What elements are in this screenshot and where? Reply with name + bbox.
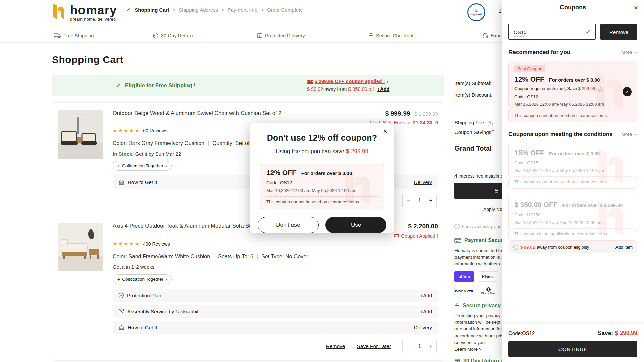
breadcrumb-shopping-cart[interactable]: Shopping Cart — [135, 7, 169, 13]
away-amount: $ 99.02 — [307, 86, 323, 92]
diners-club-logo: Diners Club — [479, 286, 498, 296]
star-rating: ★★★★★ — [113, 128, 140, 134]
grand-total-label: Grand Total — [454, 145, 492, 153]
decrease-quantity-button[interactable]: − — [407, 198, 410, 204]
help-icon[interactable]: ? — [598, 87, 603, 92]
help-icon[interactable]: ? — [488, 121, 493, 126]
assembly-service-row: Assembly Service by Taskrabbit +Add — [113, 305, 438, 318]
learn-more-link[interactable]: Learn More > — [454, 347, 482, 352]
add-assembly-service-link[interactable]: +Add — [420, 309, 432, 314]
increase-quantity-button[interactable]: + — [429, 343, 432, 349]
decrease-quantity-button[interactable]: − — [407, 343, 410, 349]
breadcrumb-order-complete[interactable]: Order Complete — [267, 7, 303, 13]
klarna-logo: Klarna. — [479, 272, 498, 282]
coupon-code-input[interactable]: OS15 ✓ — [508, 24, 596, 40]
close-icon[interactable]: × — [383, 128, 387, 135]
savings-amount: $ 299.99 — [346, 148, 368, 155]
coupon-headline: 12% OFF — [266, 169, 297, 177]
card-icon — [454, 238, 461, 243]
lock-icon — [368, 33, 374, 39]
logo-tagline: dream home, delivered — [70, 17, 117, 22]
eligibility-amount: $ 99.02 — [520, 245, 535, 250]
coupon-notch — [635, 105, 639, 109]
benefit-secure-checkout: Secure Checkout — [368, 28, 413, 42]
best-coupon-badge: Best Coupon — [514, 65, 545, 72]
digicert-seal: 🔒 digicert — [467, 3, 485, 21]
lock-icon: 🔒 — [474, 9, 478, 12]
add-item-link[interactable]: Add item — [615, 245, 633, 250]
coupons-panel: Coupons × OS15 ✓ Remove Recommended for … — [502, 0, 644, 362]
coupon-icon — [307, 80, 313, 84]
reviews-link[interactable]: 490 Reviews — [143, 241, 170, 247]
diners-club-icon — [486, 287, 491, 292]
dont-use-button[interactable]: Don't use — [258, 217, 319, 233]
continue-button[interactable]: CONTINUE — [508, 341, 637, 357]
coupon-note: This coupon cannot be used on clearance … — [514, 177, 632, 186]
cart-item-modular-sofa: Axis 4-Piece Outdoor Teak & Aluminum Mod… — [52, 215, 444, 360]
chevron-right-icon[interactable]: › — [387, 78, 389, 85]
quantity-stepper: − 1 + — [402, 340, 437, 353]
star-rating: ★★★★★ — [113, 241, 140, 247]
save-label: Save: — [598, 330, 613, 337]
subtotal-label: Item(s) Subtotal: — [454, 80, 491, 86]
breadcrumb-payment-info[interactable]: Payment Info — [228, 7, 257, 13]
coupon-note: This coupon cannot be used on clearance … — [266, 197, 378, 206]
use-button[interactable]: Use — [325, 217, 386, 233]
close-icon[interactable]: × — [634, 4, 638, 12]
coupon-notch — [506, 105, 511, 109]
breadcrumb-separator: > — [261, 7, 264, 13]
product-original-price: $ 1,299.99 — [414, 111, 438, 117]
coupon-dates: Mar 17,2026 12:00 am-Apr 16,2026 12:00 a… — [514, 220, 632, 225]
package-icon — [454, 358, 460, 362]
coupon-applied-link[interactable]: $ 299.99 OFF coupon applied ! — [315, 78, 385, 85]
benefit-protected-delivery: Protected Delivery — [257, 28, 305, 42]
plus-icon: + — [117, 277, 120, 282]
add-items-link[interactable]: +Add — [377, 86, 390, 92]
delivery-home-icon — [119, 325, 124, 330]
info-icon: i — [454, 224, 460, 229]
lock-icon — [494, 188, 499, 193]
quantity-stepper: − 1 + — [402, 194, 437, 207]
product-image-swivel-chair[interactable] — [58, 110, 103, 159]
chevron-down-icon — [634, 51, 637, 54]
best-coupon-card-os12[interactable]: Best Coupon 12% OFF For orders over $ 0.… — [508, 61, 637, 122]
coupon-notch — [635, 228, 639, 232]
homary-logo[interactable]: homary dream home, delivered — [52, 3, 117, 21]
valid-check-icon: ✓ — [586, 28, 591, 36]
coupon-card-us350[interactable]: $ 350.00 OFF For orders over $ 3,599.00 … — [508, 195, 637, 241]
quantity-value: 1 — [418, 198, 421, 204]
add-protection-plan-link[interactable]: +Add — [420, 293, 432, 298]
coupon-headline: 15% OFF — [514, 149, 544, 157]
discover-logo: DISCVER — [454, 286, 474, 296]
red-dot-badge — [492, 130, 494, 131]
delivery-link[interactable]: Delivery — [414, 179, 432, 185]
lock-icon — [454, 303, 460, 309]
coupon-note: This coupon is not applicable to clearan… — [514, 229, 632, 238]
more-toggle[interactable]: More — [621, 50, 637, 55]
breadcrumb-shipping-address[interactable]: Shipping Address — [179, 7, 218, 13]
coupon-confirm-dialog: × Don't use 12% off coupon? Using the co… — [250, 123, 394, 233]
increase-quantity-button[interactable]: + — [429, 198, 432, 204]
recommended-header: Recommended for you — [508, 49, 570, 56]
product-image-modular-sofa[interactable] — [58, 223, 103, 272]
reviews-link[interactable]: 60 Reviews — [143, 128, 167, 133]
availability-line: Get it in 1-2 weeks — [113, 264, 438, 270]
more-toggle[interactable]: More — [621, 132, 637, 137]
payment-security-header: Payment Security — [454, 237, 509, 243]
coupon-headline: $ 350.00 OFF — [514, 201, 558, 209]
coupon-dates: Mar 16,2026 12:00 am-May 05,2026 12:00 a… — [266, 188, 378, 193]
remove-coupon-button[interactable]: Remove — [600, 24, 637, 40]
coupon-card-os15[interactable]: 15% OFF For orders over $ 0.00 Code: OS1… — [508, 143, 637, 189]
save-for-later-link[interactable]: Save For Later — [357, 343, 391, 349]
collocation-together-button[interactable]: + Collocation Together › — [113, 274, 172, 284]
panel-title: Coupons — [560, 4, 586, 11]
collocation-together-button[interactable]: + Collocation Together › — [113, 161, 172, 171]
protection-plan-row: Protection Plan +Add — [113, 289, 438, 302]
info-icon: ! — [513, 245, 518, 250]
remove-link[interactable]: Remove — [326, 343, 345, 349]
coupon-dates: Mar 16,2026 12:00 am-May 05,2026 12:00 a… — [514, 168, 632, 173]
coupon-threshold: For orders over $ 0.00 — [549, 151, 600, 156]
delivery-link[interactable]: Delivery — [414, 325, 432, 330]
coupon-notch — [635, 176, 639, 180]
selected-check-icon[interactable]: ✓ — [623, 87, 632, 96]
